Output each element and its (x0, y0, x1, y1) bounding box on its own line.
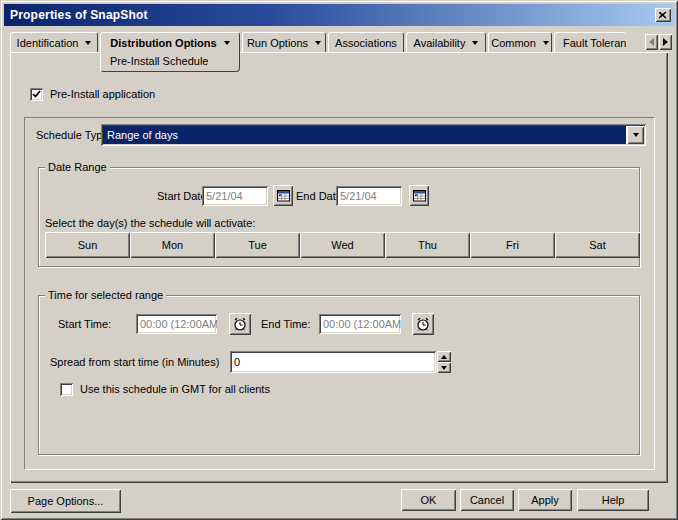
clock-icon (233, 317, 247, 331)
tab-label: Fault Toleran (563, 37, 626, 49)
clock-icon (416, 317, 430, 331)
end-date-input[interactable] (336, 186, 402, 206)
tab-scroll-left-button[interactable] (645, 34, 658, 50)
tab-label: Distribution Options (110, 37, 216, 49)
title-bar[interactable]: Properties of SnapShot (4, 4, 674, 26)
cancel-button[interactable]: Cancel (460, 489, 514, 511)
chevron-down-icon (472, 41, 478, 45)
page-options-button-label: Page Options... (28, 495, 104, 507)
page-options-button[interactable]: Page Options... (10, 489, 121, 513)
help-button[interactable]: Help (577, 489, 649, 511)
day-button-sat[interactable]: Sat (555, 232, 640, 258)
tab-run-options[interactable]: Run Options (242, 32, 326, 52)
day-button-sun[interactable]: Sun (45, 232, 130, 258)
arrow-up-icon (441, 355, 447, 359)
day-button-thu[interactable]: Thu (385, 232, 470, 258)
tab-scroll-right-button[interactable] (659, 34, 672, 50)
day-button-mon[interactable]: Mon (130, 232, 215, 258)
end-date-label: End Date (296, 190, 342, 202)
day-selector-row: Sun Mon Tue Wed Thu Fri Sat (45, 232, 640, 258)
pre-install-application-label: Pre-Install application (50, 88, 155, 100)
tab-distribution-options[interactable]: Distribution Options Pre-Install Schedul… (100, 32, 240, 72)
schedule-type-dropdown-button[interactable] (627, 126, 644, 144)
arrow-left-icon (649, 38, 654, 46)
chevron-down-icon (224, 41, 230, 45)
start-date-label: Start Date (157, 190, 207, 202)
tab-label: Run Options (247, 37, 308, 49)
end-time-clock-button[interactable] (412, 313, 434, 335)
chevron-down-icon (315, 41, 321, 45)
end-time-input[interactable] (319, 314, 401, 334)
time-range-group-title: Time for selected range (45, 289, 166, 301)
chevron-down-icon (633, 133, 639, 137)
spinner-down-button[interactable] (437, 362, 451, 373)
tab-fault-tolerance[interactable]: Fault Toleran (554, 32, 626, 52)
start-date-calendar-button[interactable] (273, 185, 293, 206)
tab-availability[interactable]: Availability (406, 32, 486, 52)
dialog-properties-of-snapshot: Properties of SnapShot Identification Di… (0, 0, 678, 520)
calendar-icon (413, 189, 426, 202)
tab-associations[interactable]: Associations (328, 32, 404, 52)
tab-common[interactable]: Common (488, 32, 552, 52)
end-time-label: End Time: (261, 318, 311, 330)
gmt-checkbox[interactable] (60, 383, 73, 396)
gmt-checkbox-label: Use this schedule in GMT for all clients (80, 383, 270, 395)
day-button-wed[interactable]: Wed (300, 232, 385, 258)
schedule-type-combobox[interactable]: Range of days (101, 124, 646, 146)
tab-label: Availability (414, 37, 466, 49)
day-button-tue[interactable]: Tue (215, 232, 300, 258)
tab-identification[interactable]: Identification (10, 32, 98, 52)
tab-label: Common (491, 37, 536, 49)
arrow-down-icon (441, 366, 447, 370)
close-icon (659, 12, 667, 19)
start-time-label: Start Time: (58, 318, 111, 330)
spread-label: Spread from start time (in Minutes) (50, 356, 219, 368)
day-button-fri[interactable]: Fri (470, 232, 555, 258)
apply-button[interactable]: Apply (518, 489, 572, 511)
schedule-type-value: Range of days (103, 126, 626, 144)
pre-install-application-checkbox[interactable] (30, 88, 43, 101)
help-button-label: Help (602, 494, 625, 506)
chevron-down-icon (85, 41, 91, 45)
spread-minutes-spinner (437, 351, 451, 373)
start-date-input[interactable] (202, 186, 268, 206)
date-range-group-title: Date Range (45, 161, 110, 173)
cancel-button-label: Cancel (470, 494, 504, 506)
tab-label: Associations (335, 37, 397, 49)
close-button[interactable] (655, 8, 671, 22)
arrow-right-icon (663, 38, 668, 46)
days-prompt-label: Select the day(s) the schedule will acti… (45, 217, 255, 229)
checkmark-icon (32, 90, 41, 99)
window-title: Properties of SnapShot (4, 8, 148, 22)
end-date-calendar-button[interactable] (409, 185, 429, 206)
calendar-icon (277, 189, 290, 202)
start-time-input[interactable] (136, 314, 217, 334)
spinner-up-button[interactable] (437, 351, 451, 362)
start-time-clock-button[interactable] (229, 313, 251, 335)
subtab-pre-install-schedule[interactable]: Pre-Install Schedule (101, 52, 239, 71)
chevron-down-icon (543, 41, 549, 45)
tab-label: Identification (17, 37, 79, 49)
apply-button-label: Apply (531, 494, 559, 506)
ok-button[interactable]: OK (401, 489, 456, 511)
ok-button-label: OK (421, 494, 437, 506)
spread-minutes-input[interactable] (230, 351, 436, 373)
